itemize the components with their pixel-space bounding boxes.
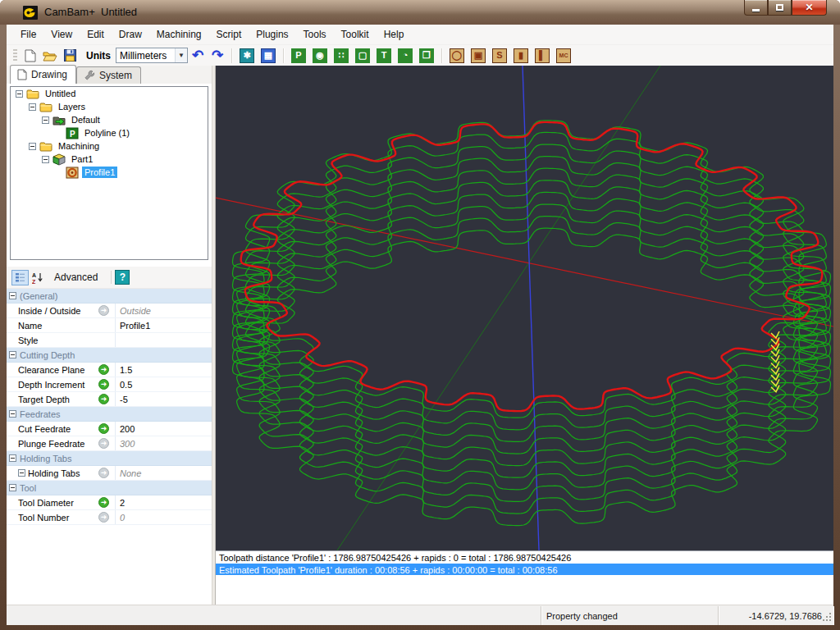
tree-node-default[interactable]: Default	[11, 113, 208, 126]
collapse-icon[interactable]	[9, 351, 16, 358]
chevron-down-icon[interactable]: ▼	[175, 48, 187, 62]
property-value[interactable]: 2	[115, 495, 212, 509]
profile-mop-icon[interactable]: ◯	[450, 48, 464, 63]
alphabetical-sort-button[interactable]: AZ	[32, 270, 44, 285]
menu-item-toolkit[interactable]: Toolkit	[334, 26, 377, 43]
rectangle-icon[interactable]: ▢	[355, 48, 370, 63]
property-value[interactable]: 0.5	[115, 377, 212, 391]
menu-item-draw[interactable]: Draw	[112, 26, 149, 43]
property-row-inside-outside[interactable]: Inside / Outside➜Outside	[7, 304, 212, 318]
property-row-target-depth[interactable]: Target Depth➜-5	[7, 392, 212, 407]
tree-node-label: Machining	[56, 140, 102, 152]
undo-button[interactable]: ↶	[189, 47, 207, 64]
tree-node-profile1[interactable]: Profile1	[11, 166, 208, 179]
category-row-general[interactable]: (General)	[7, 289, 212, 304]
collapse-icon[interactable]	[9, 484, 16, 491]
new-file-button[interactable]	[21, 47, 39, 64]
engrave-mop-icon[interactable]: S	[492, 48, 507, 63]
property-value[interactable]	[115, 333, 212, 347]
menu-item-edit[interactable]: Edit	[80, 26, 112, 43]
tree-node-untitled[interactable]: Untitled	[11, 87, 208, 100]
property-row-depth-increment[interactable]: Depth Increment➜0.5	[7, 377, 212, 392]
toolbar-grip[interactable]	[13, 49, 17, 62]
menu-item-view[interactable]: View	[43, 26, 80, 43]
snap-points-icon[interactable]: ✱	[240, 48, 254, 63]
expander-icon[interactable]	[16, 90, 23, 98]
redo-button[interactable]: ↷	[208, 47, 226, 64]
circle-icon[interactable]: ◉	[313, 48, 327, 63]
property-value[interactable]: 1.5	[115, 363, 212, 377]
resize-grip[interactable]	[822, 612, 833, 624]
property-row-plunge-feedrate[interactable]: Plunge Feedrate➜300	[7, 436, 212, 451]
property-value[interactable]: Profile1	[115, 318, 212, 332]
close-button[interactable]: ✕	[792, 0, 827, 16]
property-value[interactable]: 300	[115, 436, 212, 450]
surface-icon[interactable]: ❒	[419, 48, 434, 63]
maximize-button[interactable]	[768, 0, 792, 16]
grid-toggle-icon[interactable]: ▦	[261, 48, 276, 63]
script-mop-icon[interactable]: MC	[556, 48, 571, 63]
tree-node-polyline-1[interactable]: PPolyline (1)	[11, 126, 208, 139]
tab-drawing[interactable]: Drawing	[10, 65, 76, 84]
collapse-icon[interactable]	[9, 292, 16, 299]
property-value[interactable]: -5	[115, 392, 212, 406]
value-state-column: ➜	[98, 394, 115, 404]
property-row-tool-number[interactable]: Tool Number➜0	[7, 510, 212, 525]
pocket-mop-icon[interactable]: ▣	[471, 48, 486, 63]
tree-node-part1[interactable]: Part1	[11, 153, 208, 166]
expand-icon[interactable]	[18, 469, 25, 477]
category-row-feedrates[interactable]: Feedrates	[7, 407, 212, 422]
property-row-tool-diameter[interactable]: Tool Diameter➜2	[7, 495, 212, 510]
help-button[interactable]: ?	[115, 270, 130, 285]
property-row-style[interactable]: Style	[7, 333, 212, 348]
folder-icon	[39, 140, 52, 153]
left-panel: DrawingSystem UntitledLayersDefaultPPoly…	[7, 66, 212, 605]
property-row-cut-feedrate[interactable]: Cut Feedrate➜200	[7, 422, 212, 436]
menu-item-file[interactable]: File	[13, 26, 43, 43]
expander-icon[interactable]	[29, 143, 36, 150]
property-row-clearance-plane[interactable]: Clearance Plane➜1.5	[7, 363, 212, 377]
open-file-button[interactable]	[41, 47, 59, 64]
category-row-cutting-depth[interactable]: Cutting Depth	[7, 348, 212, 363]
lathe-mop-icon[interactable]: ▌	[535, 48, 550, 63]
tree-node-machining[interactable]: Machining	[11, 139, 208, 153]
tab-label: Drawing	[31, 69, 67, 80]
units-combobox[interactable]: Millimeters ▼	[116, 48, 188, 63]
polyline-icon[interactable]: P	[291, 48, 306, 63]
property-value[interactable]: Outside	[115, 304, 212, 317]
property-row-name[interactable]: NameProfile1	[7, 318, 212, 333]
menu-item-tools[interactable]: Tools	[296, 26, 334, 43]
tab-system[interactable]: System	[76, 66, 141, 84]
menu-item-script[interactable]: Script	[209, 26, 249, 43]
menu-item-help[interactable]: Help	[377, 26, 412, 43]
points-icon[interactable]: ∷	[334, 48, 349, 63]
titlebar[interactable]: CamBam+ Untitled ✕	[0, 0, 840, 25]
property-value[interactable]: 0	[115, 510, 212, 524]
menu-item-plugins[interactable]: Plugins	[249, 26, 295, 43]
property-row-holding-tabs[interactable]: Holding Tabs➜None	[7, 466, 212, 481]
collapse-icon[interactable]	[9, 454, 16, 462]
expander-icon[interactable]	[42, 156, 49, 163]
expander-icon[interactable]	[42, 116, 49, 124]
toolpath-log: Toolpath distance 'Profile1' : 1786.9875…	[216, 550, 833, 575]
property-value[interactable]: None	[115, 466, 212, 480]
categorized-view-button[interactable]	[11, 270, 29, 285]
minimize-button[interactable]	[744, 0, 768, 16]
tree-node-label: Default	[69, 114, 103, 126]
category-row-tool[interactable]: Tool	[7, 481, 212, 495]
property-value[interactable]: 200	[115, 422, 212, 436]
collapse-icon[interactable]	[9, 410, 16, 418]
menu-item-machining[interactable]: Machining	[149, 26, 209, 43]
advanced-button[interactable]: Advanced	[48, 270, 104, 285]
drill-mop-icon[interactable]: ▮	[514, 48, 528, 63]
arc-icon[interactable]: ◔	[398, 48, 413, 63]
tree-node-layers[interactable]: Layers	[11, 100, 208, 113]
expander-icon[interactable]	[29, 103, 36, 111]
app-logo-icon	[23, 6, 38, 20]
viewport-3d[interactable]	[216, 66, 833, 550]
save-button[interactable]	[61, 47, 79, 64]
category-row-holding-tabs[interactable]: Holding Tabs	[7, 451, 212, 466]
log-line-duration[interactable]: Estimated Toolpath 'Profile1' duration :…	[216, 564, 833, 576]
log-line-distance[interactable]: Toolpath distance 'Profile1' : 1786.9875…	[216, 551, 833, 564]
text-icon[interactable]: T	[377, 48, 391, 63]
